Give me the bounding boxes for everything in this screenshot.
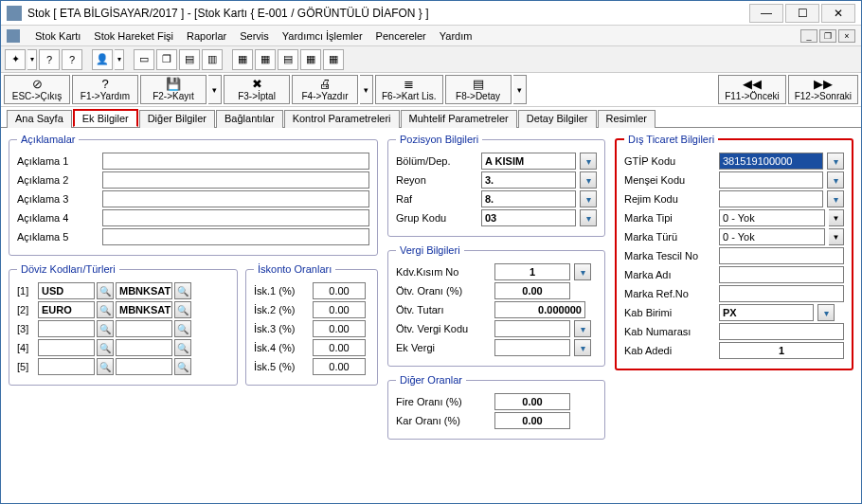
- input-rejim[interactable]: [719, 190, 823, 207]
- menu-servis[interactable]: Servis: [240, 30, 269, 42]
- f8-button[interactable]: ▤F8->Detay: [445, 75, 512, 104]
- input-ekvergi[interactable]: [494, 339, 570, 356]
- input-isk3[interactable]: 0.00: [313, 320, 366, 337]
- f6-button[interactable]: ≣F6->Kart Lis.: [375, 75, 443, 104]
- tool-grid-icon[interactable]: ▦: [300, 49, 321, 70]
- tool-user-drop[interactable]: ▾: [115, 49, 124, 70]
- mdi-close[interactable]: ×: [838, 29, 855, 43]
- f4-drop[interactable]: ▾: [360, 75, 373, 104]
- doviz-type-2-lookup[interactable]: 🔍: [174, 301, 191, 318]
- input-mensei[interactable]: [719, 171, 823, 189]
- mdi-minimize[interactable]: _: [800, 29, 817, 43]
- input-aciklama5[interactable]: [102, 228, 369, 245]
- input-otvkodu[interactable]: [494, 320, 570, 337]
- menu-raporlar[interactable]: Raporlar: [187, 30, 226, 42]
- input-aciklama4[interactable]: [102, 209, 369, 226]
- doviz-code-4-lookup[interactable]: 🔍: [97, 339, 114, 356]
- f11-button[interactable]: ◀◀F11->Önceki: [718, 75, 786, 104]
- f2-button[interactable]: 💾F2->Kayıt: [140, 75, 207, 104]
- lookup-mensei[interactable]: ▾: [827, 171, 844, 189]
- tool-tilev-icon[interactable]: ▥: [202, 49, 223, 70]
- input-aciklama2[interactable]: [102, 171, 369, 189]
- doviz-code-2-lookup[interactable]: 🔍: [97, 301, 114, 318]
- input-otvorani[interactable]: 0.00: [494, 282, 570, 299]
- input-aciklama3[interactable]: [102, 190, 369, 207]
- lookup-kdvkisim[interactable]: ▾: [574, 263, 591, 280]
- tab-ek-bilgiler[interactable]: Ek Bilgiler: [73, 109, 138, 127]
- input-isk2[interactable]: 0.00: [313, 301, 366, 318]
- f1-button[interactable]: ?F1->Yardım: [72, 75, 138, 104]
- lookup-otvkodu[interactable]: ▾: [574, 320, 591, 337]
- input-kar[interactable]: 0.00: [494, 412, 570, 429]
- doviz-type-3[interactable]: [116, 320, 172, 337]
- lookup-ekvergi[interactable]: ▾: [574, 339, 591, 356]
- esc-button[interactable]: ⊘ESC->Çıkış: [4, 75, 70, 104]
- tool-user-icon[interactable]: 👤: [92, 49, 113, 70]
- menu-stok-karti[interactable]: Stok Kartı: [35, 30, 81, 42]
- menu-yardimci[interactable]: Yardımcı İşlemler: [282, 30, 363, 42]
- lookup-gtip[interactable]: ▾: [827, 153, 844, 170]
- doviz-type-4[interactable]: [116, 339, 172, 356]
- tab-ana-sayfa[interactable]: Ana Sayfa: [7, 110, 72, 128]
- doviz-type-2[interactable]: MBNKSAT: [116, 301, 172, 318]
- doviz-type-5-lookup[interactable]: 🔍: [174, 358, 191, 375]
- f2-drop[interactable]: ▾: [208, 75, 222, 104]
- input-kabadedi[interactable]: 1: [719, 342, 844, 359]
- input-fire[interactable]: 0.00: [494, 393, 570, 410]
- drop-markaturu[interactable]: ▼: [829, 228, 844, 245]
- input-aciklama1[interactable]: [102, 153, 369, 170]
- mdi-restore[interactable]: ❐: [819, 29, 836, 43]
- tool-wand-drop[interactable]: ▾: [27, 49, 37, 70]
- input-markatipi[interactable]: 0 - Yok: [719, 209, 825, 226]
- doviz-code-5[interactable]: [38, 358, 95, 375]
- doviz-code-3[interactable]: [38, 320, 95, 337]
- tool-help1-icon[interactable]: ?: [39, 49, 60, 70]
- tab-resimler[interactable]: Resimler: [598, 110, 655, 128]
- doviz-type-1[interactable]: MBNKSAT: [116, 282, 172, 299]
- doviz-code-5-lookup[interactable]: 🔍: [97, 358, 114, 375]
- input-kabbirimi[interactable]: PX: [719, 304, 814, 321]
- input-tescilno[interactable]: [719, 247, 844, 264]
- drop-markatipi[interactable]: ▼: [829, 209, 844, 226]
- input-gtip[interactable]: 381519100000: [719, 153, 823, 170]
- tab-detay-bilgiler[interactable]: Detay Bilgiler: [518, 110, 597, 128]
- tab-kontrol-parametreleri[interactable]: Kontrol Parametreleri: [284, 110, 400, 128]
- f8-drop[interactable]: ▾: [513, 75, 527, 104]
- tool-help2-icon[interactable]: ?: [62, 49, 82, 70]
- input-isk4[interactable]: 0.00: [313, 339, 366, 356]
- input-raf[interactable]: 8.: [481, 190, 576, 207]
- input-isk1[interactable]: 0.00: [313, 282, 366, 299]
- tool-list-icon[interactable]: ▤: [278, 49, 298, 70]
- doviz-code-4[interactable]: [38, 339, 95, 356]
- lookup-grupkodu[interactable]: ▾: [580, 209, 597, 226]
- tab-muhtelif-parametreler[interactable]: Muhtelif Parametreler: [401, 110, 517, 128]
- f3-button[interactable]: ✖F3->İptal: [224, 75, 290, 104]
- tool-window-icon[interactable]: ▭: [134, 49, 154, 70]
- input-reyon[interactable]: 3.: [481, 171, 576, 189]
- doviz-type-3-lookup[interactable]: 🔍: [174, 320, 191, 337]
- input-markaref[interactable]: [719, 285, 844, 302]
- lookup-reyon[interactable]: ▾: [580, 171, 597, 189]
- minimize-button[interactable]: —: [749, 4, 783, 23]
- menu-pencereler[interactable]: Pencereler: [376, 30, 426, 42]
- tool-form2-icon[interactable]: ▦: [255, 49, 276, 70]
- lookup-rejim[interactable]: ▾: [827, 190, 844, 207]
- tool-form1-icon[interactable]: ▦: [232, 49, 253, 70]
- maximize-button[interactable]: ☐: [785, 4, 819, 23]
- doviz-code-2[interactable]: EURO: [38, 301, 95, 318]
- doviz-code-1-lookup[interactable]: 🔍: [97, 282, 114, 299]
- tool-form3-icon[interactable]: ▦: [323, 49, 344, 70]
- tab-diger-bilgiler[interactable]: Diğer Bilgiler: [139, 110, 215, 128]
- menu-yardim[interactable]: Yardım: [440, 30, 473, 42]
- doviz-type-4-lookup[interactable]: 🔍: [174, 339, 191, 356]
- input-markaadi[interactable]: [719, 266, 844, 283]
- doviz-code-1[interactable]: USD: [38, 282, 95, 299]
- input-grupkodu[interactable]: 03: [481, 209, 576, 226]
- doviz-code-3-lookup[interactable]: 🔍: [97, 320, 114, 337]
- tab-baglantilar[interactable]: Bağlantılar: [216, 110, 283, 128]
- f12-button[interactable]: ▶▶F12->Sonraki: [788, 75, 858, 104]
- input-bolum[interactable]: A KISIM: [481, 153, 576, 170]
- tool-cascade-icon[interactable]: ❐: [156, 49, 177, 70]
- doviz-type-5[interactable]: [116, 358, 172, 375]
- input-isk5[interactable]: 0.00: [313, 358, 366, 375]
